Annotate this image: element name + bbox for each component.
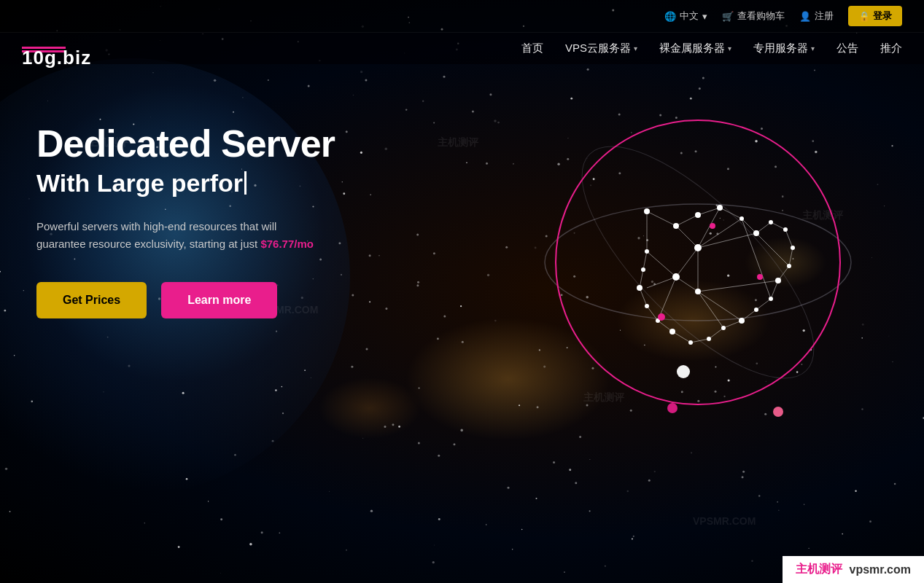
hero-price: $76.77/mo [260,238,314,250]
nav-item-home[interactable]: 首页 [521,42,543,55]
svg-line-11 [789,248,793,266]
svg-line-32 [676,277,698,292]
svg-line-6 [720,208,742,219]
svg-point-44 [673,223,679,229]
register-link[interactable]: 👤 注册 [799,9,834,23]
svg-line-13 [771,281,778,299]
svg-point-72 [710,223,715,229]
svg-line-4 [676,215,698,226]
cart-link[interactable]: 🛒 查看购物车 [722,9,785,23]
typing-cursor [244,171,246,195]
hero-buttons: Get Prices Learn more [36,282,343,318]
svg-line-9 [771,222,785,230]
svg-line-33 [698,292,723,328]
svg-point-47 [739,216,744,221]
site-logo[interactable]: 10g.biz [22,45,66,52]
nav-item-referral[interactable]: 推介 [880,42,902,55]
svg-line-39 [756,233,789,266]
svg-line-28 [698,219,742,248]
svg-point-64 [641,267,645,272]
main-navbar: 10g.biz 首页 VPS云服务器 ▾ 裸金属服务器 ▾ 专用服务器 ▾ [0,33,924,64]
svg-point-53 [775,278,781,283]
svg-point-56 [739,318,745,324]
svg-point-51 [791,246,795,250]
nav-arrow-bare-metal: ▾ [728,44,731,52]
nav-link-home[interactable]: 首页 [521,42,543,55]
svg-point-73 [757,274,763,280]
language-arrow: ▾ [702,11,707,22]
globe-svg [530,95,866,430]
nav-links-list: 首页 VPS云服务器 ▾ 裸金属服务器 ▾ 专用服务器 ▾ 公告 [521,42,902,55]
nav-link-bare-metal[interactable]: 裸金属服务器 ▾ [659,42,731,55]
nav-link-referral[interactable]: 推介 [880,42,902,55]
svg-line-40 [647,251,676,277]
svg-line-31 [647,277,676,288]
learn-more-button[interactable]: Learn more [161,282,277,318]
svg-line-17 [709,328,723,339]
hero-desc-text: Powerful servers with high-end resources… [36,220,276,250]
svg-point-46 [717,205,723,211]
nav-label-announcements: 公告 [836,42,858,55]
top-utility-bar: 🌐 中文 ▾ 🛒 查看购物车 👤 注册 🔒 登录 [0,0,924,33]
nav-arrow-vps: ▾ [634,44,637,52]
svg-point-66 [694,244,702,251]
badge-text2: vpsmr.com [850,563,911,576]
nav-label-bare-metal: 裸金属服务器 [659,42,725,55]
hero-subtitle-text: With Large perfor [36,169,243,197]
cart-icon: 🛒 [722,11,734,22]
svg-point-68 [695,289,701,294]
svg-point-43 [644,208,650,214]
globe-visualization [530,95,866,430]
lock-icon: 🔒 [858,11,870,22]
svg-line-24 [643,251,647,270]
svg-line-30 [676,248,698,277]
nav-label-home: 首页 [521,42,543,55]
nav-item-dedicated[interactable]: 专用服务器 ▾ [753,42,815,55]
svg-line-19 [672,332,691,343]
badge-text1: 主机测评 [796,562,842,577]
hero-section: Dedicated Server With Large perfor Power… [0,64,379,362]
nav-link-vps[interactable]: VPS云服务器 ▾ [565,42,637,55]
svg-point-49 [769,220,773,224]
svg-line-16 [723,321,742,328]
nav-item-vps[interactable]: VPS云服务器 ▾ [565,42,637,55]
language-label: 中文 [680,9,699,23]
svg-point-67 [672,273,680,281]
svg-point-45 [695,212,701,218]
svg-point-58 [707,337,711,341]
cart-label: 查看购物车 [737,9,785,23]
svg-point-71 [658,313,665,321]
nav-link-announcements[interactable]: 公告 [836,42,858,55]
nav-item-announcements[interactable]: 公告 [836,42,858,55]
nav-label-dedicated: 专用服务器 [753,42,808,55]
logo-text: 10g.biz [22,47,66,49]
nav-arrow-dedicated: ▾ [811,44,815,52]
login-button[interactable]: 🔒 登录 [848,6,902,26]
svg-point-50 [783,227,788,232]
svg-point-60 [669,329,675,334]
nav-label-vps: VPS云服务器 [565,42,631,55]
language-selector[interactable]: 🌐 中文 ▾ [664,9,707,23]
watermark-badge: 主机测评 vpsmr.com [783,556,924,583]
nav-link-dedicated[interactable]: 专用服务器 ▾ [753,42,815,55]
svg-line-18 [691,339,709,343]
svg-point-55 [754,308,758,312]
svg-point-52 [787,264,791,268]
user-icon: 👤 [799,11,811,22]
svg-point-65 [645,249,649,254]
svg-line-3 [647,211,676,226]
svg-point-70 [773,407,783,417]
get-prices-button[interactable]: Get Prices [36,282,147,318]
svg-point-59 [688,340,693,345]
svg-point-57 [721,326,726,330]
nav-label-referral: 推介 [880,42,902,55]
svg-point-54 [769,297,773,301]
hero-description: Powerful servers with high-end resources… [36,218,328,253]
svg-line-10 [785,230,793,248]
register-label: 注册 [815,9,834,23]
svg-line-26 [676,226,698,248]
nav-item-bare-metal[interactable]: 裸金属服务器 ▾ [659,42,731,55]
svg-point-62 [645,304,649,308]
svg-line-14 [756,299,771,310]
svg-point-69 [677,365,690,378]
